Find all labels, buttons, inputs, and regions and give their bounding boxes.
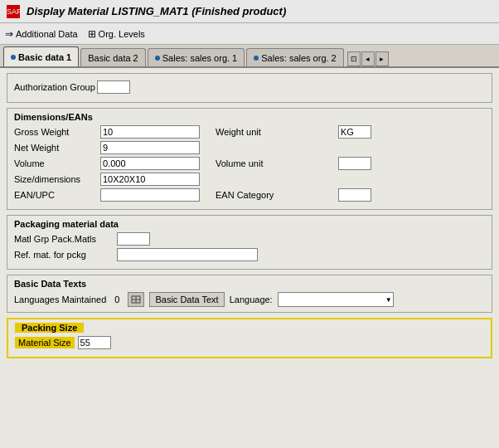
packaging-header: Packaging material data bbox=[14, 219, 485, 229]
org-levels-button[interactable]: ⊞ Org. Levels bbox=[88, 28, 145, 40]
ref-mat-row: Ref. mat. for pckg bbox=[14, 248, 485, 261]
auth-group-section: Authorization Group bbox=[7, 73, 492, 103]
auth-group-input[interactable] bbox=[97, 80, 130, 94]
net-weight-input[interactable] bbox=[100, 141, 200, 154]
page-title: Display Material LISTING_MAT1 (Finished … bbox=[27, 5, 286, 17]
ean-row: EAN/UPC EAN Category bbox=[14, 188, 485, 202]
dimensions-section: Dimensions/EANs Gross Weight Weight unit… bbox=[7, 108, 492, 210]
volume-unit-label: Volume unit bbox=[216, 158, 298, 168]
net-weight-row: Net Weight bbox=[14, 141, 485, 154]
size-input[interactable] bbox=[100, 173, 200, 186]
org-levels-icon: ⊞ bbox=[88, 28, 96, 40]
size-row: Size/dimensions bbox=[14, 173, 485, 186]
additional-data-button[interactable]: ⇒ Additional Data bbox=[5, 28, 78, 40]
tab-dot-4 bbox=[254, 56, 259, 61]
sap-logo: SAP bbox=[7, 5, 20, 18]
language-label: Language: bbox=[230, 295, 273, 304]
gross-weight-row: Gross Weight Weight unit bbox=[14, 125, 485, 139]
material-size-row: Material Size bbox=[15, 336, 484, 349]
tab-scroll-right[interactable]: ▸ bbox=[375, 51, 389, 66]
auth-group-row: Authorization Group bbox=[14, 77, 485, 97]
toolbar: ⇒ Additional Data ⊞ Org. Levels bbox=[0, 23, 499, 45]
volume-input[interactable] bbox=[100, 157, 200, 170]
org-levels-label: Org. Levels bbox=[99, 29, 145, 39]
packing-size-section: Packing Size Material Size bbox=[7, 318, 492, 358]
size-label: Size/dimensions bbox=[14, 174, 97, 184]
gross-weight-input[interactable] bbox=[100, 125, 200, 139]
dimensions-header: Dimensions/EANs bbox=[14, 112, 485, 122]
ref-mat-input[interactable] bbox=[117, 248, 258, 261]
gross-weight-label: Gross Weight bbox=[14, 127, 97, 137]
tab-sales-org-2[interactable]: Sales: sales org. 2 bbox=[246, 48, 344, 66]
packing-size-header-text: Packing Size bbox=[18, 323, 80, 333]
ref-mat-label: Ref. mat. for pckg bbox=[14, 250, 114, 260]
packaging-section: Packaging material data Matl Grp Pack.Ma… bbox=[7, 215, 492, 270]
tab-basic-data-2[interactable]: Basic data 2 bbox=[80, 48, 146, 66]
matl-grp-label: Matl Grp Pack.Matls bbox=[14, 234, 114, 244]
title-bar: SAP Display Material LISTING_MAT1 (Finis… bbox=[0, 0, 499, 23]
tab-sales-org-1[interactable]: Sales: sales org. 1 bbox=[148, 48, 245, 66]
basic-data-texts-header: Basic Data Texts bbox=[14, 279, 485, 289]
main-content: Authorization Group Dimensions/EANs Gros… bbox=[0, 68, 499, 448]
ean-label: EAN/UPC bbox=[14, 190, 97, 200]
tab-dot-1 bbox=[11, 55, 16, 60]
ean-input[interactable] bbox=[100, 188, 200, 202]
language-dropdown-wrapper: ▼ bbox=[278, 292, 394, 307]
volume-label: Volume bbox=[14, 158, 97, 168]
auth-group-label: Authorization Group bbox=[14, 82, 97, 92]
basic-data-texts-row: Languages Maintained 0 Basic Data Text L… bbox=[14, 292, 485, 307]
ean-cat-input[interactable] bbox=[338, 188, 371, 202]
packing-size-header: Packing Size bbox=[15, 323, 84, 333]
volume-row: Volume Volume unit bbox=[14, 157, 485, 170]
languages-label: Languages Maintained bbox=[14, 295, 106, 304]
tab-dot-3 bbox=[155, 56, 160, 61]
tabs-bar: Basic data 1 Basic data 2 Sales: sales o… bbox=[0, 45, 499, 68]
lang-icon-button[interactable] bbox=[128, 292, 144, 307]
material-size-input[interactable] bbox=[78, 336, 111, 349]
volume-unit-input[interactable] bbox=[338, 157, 371, 170]
additional-data-icon: ⇒ bbox=[5, 28, 13, 40]
basic-data-text-button[interactable]: Basic Data Text bbox=[149, 292, 224, 307]
weight-unit-label: Weight unit bbox=[216, 127, 298, 137]
tab-nav-icon: ⊡ bbox=[347, 51, 361, 66]
tab-label-4: Sales: sales org. 2 bbox=[261, 53, 337, 63]
weight-unit-input[interactable] bbox=[338, 125, 371, 139]
tab-label-3: Sales: sales org. 1 bbox=[162, 53, 238, 63]
material-size-label: Material Size bbox=[15, 337, 75, 348]
matl-grp-input[interactable] bbox=[117, 232, 150, 246]
ean-cat-label: EAN Category bbox=[216, 190, 298, 200]
tab-basic-data-1[interactable]: Basic data 1 bbox=[3, 46, 79, 66]
net-weight-label: Net Weight bbox=[14, 143, 97, 153]
tab-scroll-left[interactable]: ◂ bbox=[361, 51, 375, 66]
language-dropdown[interactable] bbox=[278, 292, 394, 307]
basic-data-texts-section: Basic Data Texts Languages Maintained 0 … bbox=[7, 275, 492, 313]
lang-count: 0 bbox=[114, 295, 119, 304]
additional-data-label: Additional Data bbox=[16, 29, 78, 39]
matl-grp-row: Matl Grp Pack.Matls bbox=[14, 232, 485, 246]
tab-label-1: Basic data 1 bbox=[18, 52, 71, 62]
tab-label-2: Basic data 2 bbox=[88, 53, 138, 63]
